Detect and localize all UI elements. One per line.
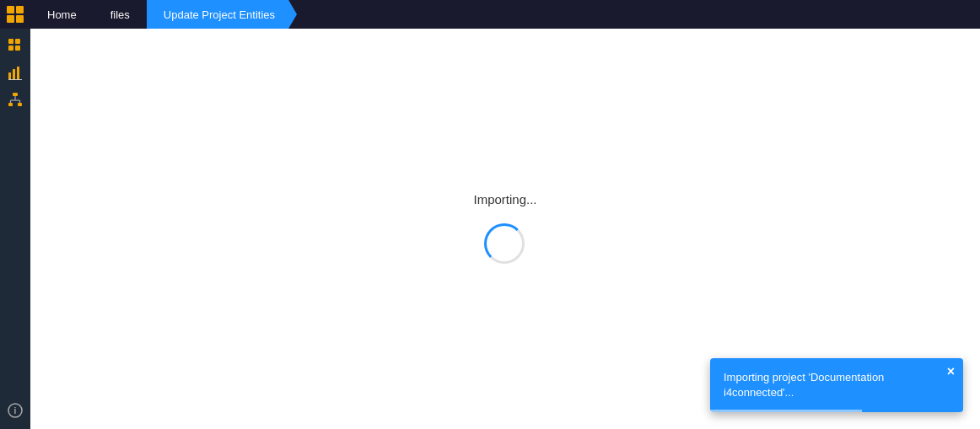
svg-rect-5 xyxy=(15,39,20,44)
loading-spinner xyxy=(484,223,526,265)
svg-rect-14 xyxy=(18,103,22,106)
topbar: Home files Update Project Entities xyxy=(0,0,980,29)
svg-rect-0 xyxy=(7,6,14,13)
svg-rect-1 xyxy=(16,6,24,13)
nav-home[interactable]: Home xyxy=(30,0,94,29)
svg-rect-10 xyxy=(17,67,19,79)
toast-notification: Importing project 'Documentation i4conne… xyxy=(710,358,963,412)
importing-label: Importing... xyxy=(473,192,536,206)
svg-rect-3 xyxy=(16,15,24,23)
svg-rect-9 xyxy=(13,69,15,79)
toast-close-button[interactable]: × xyxy=(947,365,955,378)
sidebar: i xyxy=(0,29,30,429)
main-layout: i Importing... Importing project 'Docume… xyxy=(0,29,980,429)
toast-progress-bar xyxy=(710,410,862,412)
svg-rect-4 xyxy=(8,39,13,44)
svg-rect-11 xyxy=(8,79,22,80)
svg-rect-13 xyxy=(8,103,13,106)
nav-update-project-entities[interactable]: Update Project Entities xyxy=(147,0,297,29)
app-logo[interactable] xyxy=(0,0,30,29)
nav-files[interactable]: files xyxy=(94,0,147,29)
sidebar-icon-info[interactable]: i xyxy=(3,399,27,422)
spinner-animation xyxy=(484,223,525,264)
sidebar-icon-hierarchy[interactable] xyxy=(3,88,27,111)
svg-text:i: i xyxy=(14,406,17,416)
main-content: Importing... Importing project 'Document… xyxy=(30,29,980,429)
svg-rect-12 xyxy=(13,93,18,96)
svg-rect-7 xyxy=(15,46,20,51)
toast-message: Importing project 'Documentation i4conne… xyxy=(724,371,884,399)
svg-rect-8 xyxy=(8,72,11,79)
sidebar-icon-chart[interactable] xyxy=(3,61,27,84)
sidebar-icon-grid[interactable] xyxy=(3,34,27,57)
svg-rect-2 xyxy=(7,15,14,23)
svg-rect-6 xyxy=(8,46,13,51)
